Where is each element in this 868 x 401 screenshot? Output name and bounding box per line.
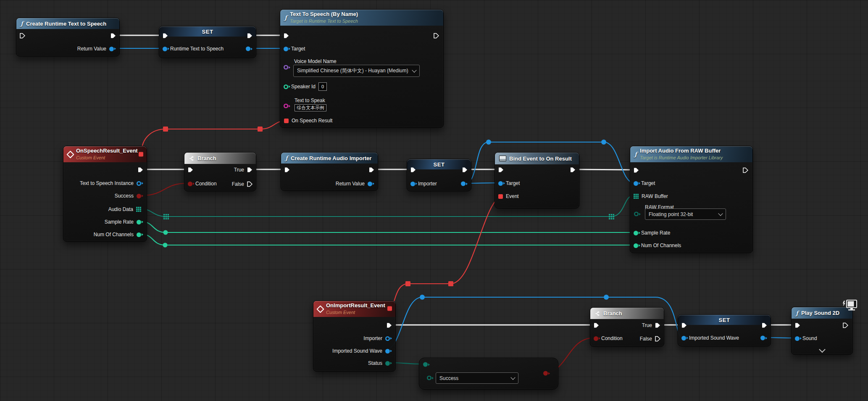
variable-in-pin[interactable]: Runtime Text to Speech	[163, 46, 224, 52]
exec-out-pin[interactable]	[570, 167, 576, 173]
exec-out-pin[interactable]	[762, 322, 767, 328]
node-on-import-result-event[interactable]: OnImportResult_Event Custom Event Import…	[313, 301, 396, 372]
audio-data-pin[interactable]: Audio Data	[108, 206, 141, 212]
variable-in-pin[interactable]: Imported Sound Wave	[681, 335, 739, 341]
exec-in-pin[interactable]	[284, 167, 290, 173]
node-branch-1[interactable]: Branch True Condition False	[184, 152, 256, 191]
result-out-pin[interactable]	[543, 371, 548, 376]
node-header[interactable]: Branch	[590, 308, 664, 319]
delegate-out-pin[interactable]	[139, 152, 143, 157]
node-header[interactable]: ƒ Text To Speech (By Name) Target is Run…	[280, 10, 443, 26]
exec-in-pin[interactable]	[498, 167, 504, 173]
enum-in-pin[interactable]	[423, 362, 428, 367]
exec-in-pin[interactable]	[594, 322, 599, 328]
node-create-runtime-text-to-speech[interactable]: ƒ Create Runtime Text to Speech Return V…	[16, 18, 120, 56]
exec-out-pin[interactable]	[247, 33, 253, 39]
raw-format-pin[interactable]	[634, 212, 639, 216]
exec-out-pin[interactable]	[843, 322, 848, 328]
node-header[interactable]: ƒ Create Runtime Text to Speech	[16, 18, 119, 29]
node-header[interactable]: ƒ Create Runtime Audio Importer	[281, 153, 378, 164]
raw-format-dropdown[interactable]: Floating point 32-bit	[645, 208, 726, 220]
condition-pin[interactable]: Condition	[188, 181, 217, 187]
exec-in-pin[interactable]	[681, 322, 687, 328]
node-text-to-speech-by-name[interactable]: ƒ Text To Speech (By Name) Target is Run…	[280, 9, 444, 128]
exec-out-pin[interactable]	[462, 167, 468, 173]
text-to-speak-pin[interactable]	[284, 104, 288, 108]
status-pin[interactable]: Status	[368, 360, 390, 366]
exec-in-pin[interactable]	[163, 33, 168, 39]
speaker-id-input[interactable]: 0	[318, 82, 327, 91]
true-exec-pin[interactable]: True	[234, 167, 253, 173]
true-exec-pin[interactable]: True	[642, 322, 660, 328]
target-pin[interactable]: Target	[284, 46, 305, 52]
sample-rate-pin[interactable]: Sample Rate	[105, 219, 141, 225]
wire-success-to-condition[interactable]	[141, 183, 187, 195]
sample-rate-pin[interactable]: Sample Rate	[634, 230, 670, 236]
exec-in-pin[interactable]	[188, 167, 193, 173]
variable-out-pin[interactable]	[246, 47, 250, 51]
exec-out-pin[interactable]	[434, 33, 439, 39]
exec-in-pin[interactable]	[795, 322, 800, 328]
node-header[interactable]: OnSpeechResult_Event Custom Event	[63, 146, 147, 162]
success-pin[interactable]: Success	[115, 193, 141, 199]
wire-sample-rate[interactable]	[141, 222, 633, 232]
node-header[interactable]: SET	[678, 315, 771, 325]
node-equal-enum[interactable]: == Success	[419, 358, 558, 390]
node-on-speech-result-event[interactable]: OnSpeechResult_Event Custom Event Text t…	[63, 146, 147, 242]
speaker-id-pin[interactable]: Speaker Id 0	[284, 82, 327, 91]
variable-in-pin[interactable]: Importer	[410, 181, 437, 187]
node-set-imported-sound-wave[interactable]: SET Imported Sound Wave	[678, 314, 771, 346]
false-exec-pin[interactable]: False	[232, 181, 253, 187]
node-header[interactable]: ƒ Import Audio From RAW Buffer Target is…	[630, 146, 752, 162]
importer-pin[interactable]: Importer	[363, 335, 390, 341]
exec-in-pin[interactable]	[410, 167, 416, 173]
exec-out-pin[interactable]	[369, 167, 374, 173]
enum-value-dropdown[interactable]: Success	[436, 372, 518, 384]
blueprint-graph-canvas[interactable]: ƒ Create Runtime Text to Speech Return V…	[0, 0, 868, 401]
node-header[interactable]: Branch	[184, 153, 256, 164]
false-exec-pin[interactable]: False	[640, 336, 660, 342]
node-header[interactable]: SET	[159, 26, 256, 37]
node-branch-2[interactable]: Branch True Condition False	[590, 307, 664, 347]
node-import-audio-from-raw-buffer[interactable]: ƒ Import Audio From RAW Buffer Target is…	[630, 146, 753, 253]
event-pin[interactable]: Event	[498, 193, 519, 199]
tts-instance-pin[interactable]: Text to Speech Instance	[80, 180, 141, 186]
variable-out-pin[interactable]	[461, 182, 466, 186]
return-value-pin[interactable]: Return Value	[77, 46, 114, 52]
node-header[interactable]: OnImportResult_Event Custom Event	[313, 301, 395, 317]
node-header[interactable]: SET	[407, 159, 471, 169]
node-header[interactable]: Bind Event to On Result	[495, 153, 579, 164]
voice-model-dropdown[interactable]: Simplified Chinese (简体中文) - Huayan (Medi…	[293, 65, 420, 77]
exec-out-pin[interactable]	[110, 33, 116, 39]
target-pin[interactable]: Target	[498, 180, 520, 186]
node-set-importer[interactable]: SET Importer	[407, 159, 471, 191]
wire-import-delegate[interactable]	[390, 197, 500, 308]
exec-out-pin[interactable]	[387, 322, 392, 328]
condition-pin[interactable]: Condition	[594, 335, 623, 341]
exec-in-pin[interactable]	[20, 33, 25, 39]
raw-buffer-pin[interactable]: RAW Buffer	[634, 193, 668, 199]
return-value-pin[interactable]: Return Value	[336, 181, 372, 187]
delegate-out-pin[interactable]	[387, 306, 392, 311]
wire-num-channels[interactable]	[141, 234, 633, 245]
num-channels-pin[interactable]: Num Of Channels	[94, 232, 141, 237]
exec-in-pin[interactable]	[284, 33, 289, 39]
num-channels-pin[interactable]: Num Of Channels	[634, 243, 681, 248]
exec-out-pin[interactable]	[138, 167, 143, 173]
voice-model-name-pin[interactable]	[284, 65, 288, 70]
wire-speech-delegate[interactable]	[142, 121, 285, 152]
imported-sound-wave-pin[interactable]: Imported Sound Wave	[332, 348, 390, 354]
on-speech-result-pin[interactable]: On Speech Result	[284, 118, 332, 124]
expand-advanced-icon[interactable]	[819, 346, 826, 353]
target-pin[interactable]: Target	[634, 180, 655, 186]
node-set-runtime-text-to-speech[interactable]: SET Runtime Text to Speech	[159, 26, 256, 58]
node-bind-event-to-on-result[interactable]: Bind Event to On Result Target Event	[494, 152, 579, 208]
node-create-runtime-audio-importer[interactable]: ƒ Create Runtime Audio Importer Return V…	[281, 152, 378, 191]
sound-pin[interactable]: Sound	[795, 335, 817, 341]
exec-in-pin[interactable]	[634, 167, 639, 173]
node-play-sound-2d[interactable]: ƒ Play Sound 2D Sound	[791, 307, 853, 355]
enum-literal-pin[interactable]	[427, 376, 431, 380]
variable-out-pin[interactable]	[760, 336, 765, 340]
text-to-speak-input[interactable]: 综合文本示例	[295, 104, 326, 111]
exec-out-pin[interactable]	[743, 167, 748, 173]
